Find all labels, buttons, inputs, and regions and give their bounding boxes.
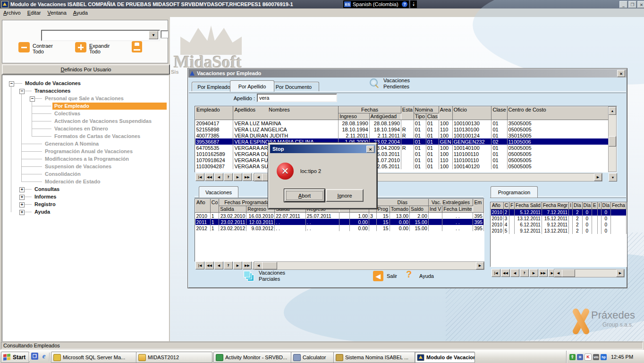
col-header-dias[interactable]: Días	[376, 199, 428, 206]
tree-item[interactable]: Consultas	[33, 186, 61, 193]
child-window-title-bar[interactable]: Vacaciones por Empleado ×	[188, 69, 627, 78]
stop-close-button[interactable]: ×	[366, 146, 374, 153]
stop-dialog-title-bar[interactable]: Stop ×	[270, 145, 375, 153]
col-header-ingreso[interactable]: Ingreso	[339, 113, 369, 120]
taskbar-item-sql-server[interactable]: Microsoft SQL Server Ma...	[51, 352, 137, 363]
menu-ayuda[interactable]: Ayuda	[70, 9, 91, 16]
table-row[interactable]: 64705535VERGARA ARRI23.04.200923.04.2009…	[195, 145, 617, 151]
salir-button[interactable]: Salir	[387, 273, 397, 279]
table-row[interactable]: 52155898VERA LUZ ANGELICA18.10.199418.10…	[195, 126, 617, 132]
tree-item[interactable]: Transacciones	[33, 87, 72, 95]
start-button[interactable]: Start	[1, 352, 29, 363]
vacaciones-parciales-icon[interactable]	[244, 271, 255, 281]
tree-toggle[interactable]: +	[19, 195, 25, 200]
nav-button[interactable]: |◀	[195, 173, 204, 181]
nav-button[interactable]: ?	[224, 261, 233, 269]
table-row[interactable]: 201025.12.20117.12.2011200	[491, 209, 627, 216]
prog-header-fecha[interactable]: Fecha	[611, 203, 627, 209]
abort-button[interactable]: Abort	[284, 189, 325, 202]
tree-item[interactable]: Formatos de Cartas de Vacaciones	[52, 133, 142, 140]
tree-item[interactable]: Activacion de Vacaciones Suspendidas	[52, 118, 153, 125]
col-header-co[interactable]: Co	[210, 199, 219, 213]
col-header-esta[interactable]: Esta	[401, 107, 414, 120]
col-header-indv[interactable]: Ind V	[428, 206, 442, 213]
tree-toggle[interactable]: −	[30, 96, 35, 102]
tray-network-icon[interactable]: ⌗	[577, 354, 583, 360]
nav-button[interactable]: ?	[520, 269, 529, 277]
nav-button[interactable]: ◀	[214, 261, 223, 269]
col-header-area[interactable]: Area	[439, 107, 452, 120]
stamp-icon[interactable]	[132, 41, 142, 52]
col-header-antiguedad[interactable]: Antigüedad	[369, 113, 401, 120]
table-row[interactable]: 201046.12.20119.12.2011200	[491, 222, 627, 228]
expand-all-icon[interactable]	[75, 42, 86, 52]
scroll-left-icon[interactable]: ◀	[254, 262, 263, 269]
combo-dropdown-button[interactable]: ▼	[149, 31, 158, 39]
prog-header-fecha-salida[interactable]: Fecha Salid	[515, 203, 542, 209]
menu-archivo[interactable]: Archivo	[0, 9, 24, 16]
table-row[interactable]: 201059.12.201113.12.2011200	[491, 228, 627, 234]
language-bar[interactable]: ES Spanish (Colombia)	[343, 0, 401, 8]
search-icon[interactable]	[370, 78, 381, 90]
tree-item[interactable]: Generacion A Nomina	[43, 140, 101, 147]
expand-all-button[interactable]: Expandir Todo	[89, 43, 110, 54]
tree-toggle[interactable]: −	[19, 89, 25, 94]
tree-item[interactable]: Vacaciones en Dinero	[52, 125, 110, 132]
prog-header-ano[interactable]: Año	[491, 203, 504, 209]
table-row[interactable]: 40077385VERA DURAN JUDITH2.11.20112.11.2…	[195, 132, 617, 138]
nav-button[interactable]: ◀◀	[205, 173, 214, 181]
menu-editar[interactable]: Editar	[24, 9, 44, 16]
col-header-ano[interactable]: Año	[195, 199, 211, 213]
col-header-centro[interactable]: Centro de Costo	[507, 107, 616, 120]
scroll-right-icon[interactable]: ▶	[476, 262, 484, 269]
tree-item[interactable]: Informes	[33, 193, 58, 200]
programacion-hscrollbar[interactable]: ◀ ▶	[554, 269, 625, 277]
tab-por-apellido[interactable]: Por Apellido	[230, 80, 274, 92]
tree-item[interactable]: Ayuda	[33, 208, 52, 216]
col-header-fechas-programadas[interactable]: Fechas Programada	[219, 199, 275, 206]
nav-button[interactable]: ▶▶	[243, 173, 252, 181]
nav-button[interactable]: ◀◀	[205, 261, 214, 269]
tree-toggle[interactable]: +	[19, 187, 25, 192]
col-header-fecha-limite[interactable]: Fecha Limite	[442, 206, 473, 213]
nav-button[interactable]: ◀	[214, 173, 223, 181]
table-row[interactable]: 20940417VERA LUZ MARINA28.08.199028.08.1…	[195, 120, 617, 127]
col-header-saldo[interactable]: Saldo	[410, 206, 429, 213]
col-header-prog[interactable]: Prog	[376, 206, 390, 213]
scroll-up-icon[interactable]: ▲	[609, 107, 616, 115]
nav-button[interactable]: ▶▶	[243, 261, 252, 269]
language-help-button[interactable]: ?	[400, 0, 409, 8]
prog-header-e[interactable]: E	[592, 203, 598, 209]
col-header-fechas[interactable]: Fechas	[339, 107, 401, 113]
help-question-icon[interactable]: ?	[406, 269, 412, 280]
taskbar-item-activity-monitor[interactable]: Activity Monitor - SRVBD...	[213, 352, 292, 363]
prog-header-f[interactable]: F	[509, 203, 514, 209]
col-header-oficio[interactable]: Oficio	[452, 107, 491, 120]
prog-header-dia2[interactable]: Día	[582, 203, 592, 209]
table-row[interactable]: 2010313.12.201115.12.2011200	[491, 216, 627, 222]
table-row[interactable]: 2011123.02.201112.03.2011. .. .0.00150.0…	[195, 219, 484, 225]
nav-button[interactable]: |◀	[195, 261, 204, 269]
quicklaunch-window-icon[interactable]: ❒	[31, 353, 38, 360]
nav-button[interactable]: ▶	[529, 269, 538, 277]
tree-item[interactable]: Colectivas	[52, 110, 82, 117]
ignore-button[interactable]: Ignore	[326, 189, 364, 202]
table-row[interactable]: 1070918624VERGARA FUEN1.07.20101.07.2010…	[195, 157, 617, 163]
tray-vm-icon[interactable]: vm	[593, 354, 599, 360]
collapse-all-button[interactable]: Contraer Todo	[33, 43, 53, 54]
scroll-left-icon[interactable]: ◀	[254, 173, 263, 181]
taskbar-item-modulo-vacaciones[interactable]: Modulo de Vacacione...	[415, 352, 475, 363]
scroll-right-icon[interactable]: ▶	[616, 269, 624, 277]
nav-button[interactable]: ?	[224, 173, 233, 181]
scroll-left-icon[interactable]: ◀	[554, 269, 562, 277]
prog-header-i[interactable]: I	[569, 203, 573, 209]
tree-toggle[interactable]: +	[19, 202, 25, 207]
col-header-tomado[interactable]: Tomado	[390, 206, 409, 213]
language-options-button[interactable]: ▪ ▼	[410, 0, 417, 8]
vacaciones-grid-hscrollbar[interactable]: ◀ ▶	[254, 261, 484, 270]
hscroll-thumb[interactable]	[562, 269, 575, 277]
nav-button[interactable]: ◀	[510, 269, 519, 277]
search-combobox[interactable]	[41, 30, 160, 41]
nav-button[interactable]: |◀	[491, 269, 500, 277]
taskbar-item-midast2012[interactable]: MIDAST2012	[136, 352, 212, 363]
